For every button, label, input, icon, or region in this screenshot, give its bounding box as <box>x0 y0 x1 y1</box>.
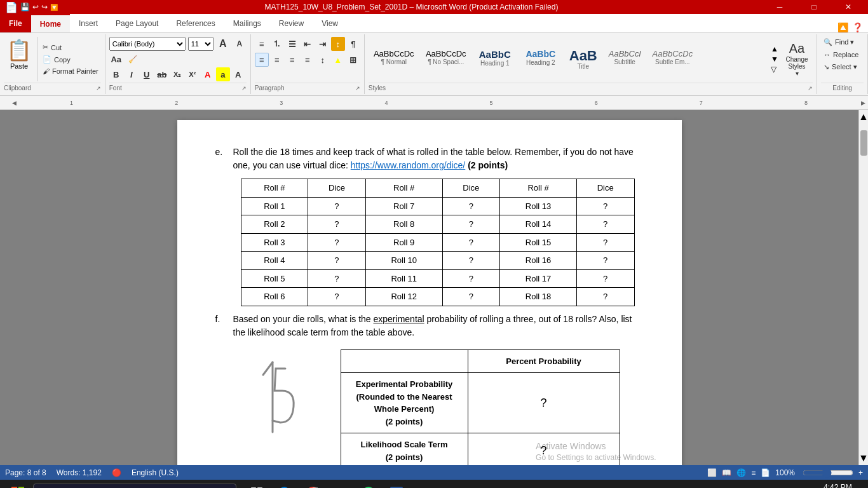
window-title: MATH125_10W_U8_Problem_Set_2001D – Micro… <box>58 3 765 11</box>
cut-button[interactable]: ✂Cut <box>40 42 101 53</box>
styles-scroll-up[interactable]: ▲ <box>771 44 778 53</box>
underline-button[interactable]: U <box>140 67 154 81</box>
experimental-prob-value[interactable]: ? <box>468 373 620 433</box>
list-item-f: f. Based on your die rolls, what is the … <box>215 313 644 339</box>
align-right-button[interactable]: ≡ <box>285 53 299 67</box>
edge-icon[interactable] <box>272 480 297 488</box>
header-dice3: Dice <box>576 179 634 198</box>
scroll-up-button[interactable]: ▲ <box>857 110 868 124</box>
bullets-button[interactable]: ≡ <box>255 37 269 51</box>
tab-review[interactable]: Review <box>270 14 313 32</box>
word-icon[interactable]: W <box>384 480 409 488</box>
chrome-icon[interactable] <box>300 480 325 488</box>
justify-button[interactable]: ≡ <box>301 53 315 67</box>
taskbar-search[interactable]: 🔍 Type here to search <box>33 484 236 488</box>
show-formatting-button[interactable]: ¶ <box>346 37 360 51</box>
scroll-down-button[interactable]: ▼ <box>857 451 868 465</box>
numbering-button[interactable]: ⒈ <box>270 37 284 51</box>
tab-file[interactable]: File <box>0 14 31 32</box>
shading-button[interactable]: ▲ <box>331 53 345 67</box>
vertical-scrollbar[interactable]: ▲ ▼ <box>858 110 868 465</box>
view-web-layout[interactable]: 🌐 <box>736 468 746 477</box>
clear-format-button[interactable]: 🧹 <box>126 52 140 66</box>
decrease-indent-button[interactable]: ⇤ <box>301 37 315 51</box>
style-no-spacing[interactable]: AaBbCcDc ¶ No Spaci... <box>421 46 471 72</box>
style-subtle-em[interactable]: AaBbCcDc Subtle Em... <box>647 46 698 72</box>
header-roll1: Roll # <box>241 179 308 198</box>
increase-font-size-button[interactable]: A <box>216 37 230 51</box>
start-button[interactable] <box>5 480 31 488</box>
item-e-link[interactable]: https://www.random.org/dice/ <box>351 160 466 170</box>
font-color-button[interactable]: A <box>231 67 245 81</box>
header-dice2: Dice <box>442 179 499 198</box>
font-family-select[interactable]: Calibri (Body) <box>109 37 186 51</box>
item-f-label: f. <box>215 313 226 339</box>
document-page: e. Roll the die 18 times and keep track … <box>177 120 682 465</box>
tab-view[interactable]: View <box>313 14 347 32</box>
zoom-slider[interactable] <box>803 468 853 477</box>
copy-button[interactable]: 📄Copy <box>40 54 101 65</box>
spell-check-icon[interactable]: 🔴 <box>112 468 121 477</box>
borders-button[interactable]: ⊞ <box>346 53 360 67</box>
style-subtitle[interactable]: AaBbCcl Subtitle <box>604 46 646 72</box>
align-left-button[interactable]: ≡ <box>255 53 269 67</box>
close-button[interactable]: ✕ <box>834 0 863 14</box>
view-print-layout[interactable]: ⬜ <box>707 468 717 477</box>
zoom-in-button[interactable]: + <box>858 468 863 477</box>
styles-scroll-down[interactable]: ▼ <box>771 55 778 64</box>
style-title[interactable]: AaB Title <box>564 46 602 72</box>
subscript-button[interactable]: X₂ <box>170 67 184 81</box>
select-button[interactable]: ↘Select ▾ <box>821 62 864 72</box>
style-normal[interactable]: AaBbCcDc ¶ Normal <box>369 46 419 72</box>
task-view-button[interactable] <box>244 480 269 488</box>
header-roll2: Roll # <box>365 179 442 198</box>
italic-button[interactable]: I <box>125 67 139 81</box>
tab-references[interactable]: References <box>167 14 224 32</box>
bold-button[interactable]: B <box>109 67 123 81</box>
align-center-button[interactable]: ≡ <box>270 53 284 67</box>
sort-button[interactable]: ↕ <box>331 37 345 51</box>
taskbar-app-icons: 💬 W <box>244 480 409 488</box>
style-heading2[interactable]: AaBbC Heading 2 <box>519 46 563 72</box>
list-item-e: e. Roll the die 18 times and keep track … <box>215 146 644 172</box>
increase-indent-button[interactable]: ⇥ <box>316 37 330 51</box>
title-bar: 📄 💾 ↩ ↪ 🔽 MATH125_10W_U8_Problem_Set_200… <box>0 0 868 14</box>
tab-page-layout[interactable]: Page Layout <box>107 14 167 32</box>
highlight-button[interactable]: a <box>216 67 230 81</box>
explorer-icon[interactable] <box>328 480 353 488</box>
item-f-underline: experimental <box>374 314 424 324</box>
zoom-level: 100% <box>775 468 795 477</box>
multi-list-button[interactable]: ☰ <box>285 37 299 51</box>
page-indicator: Page: 8 of 8 <box>5 468 46 477</box>
language-indicator[interactable]: English (U.S.) <box>132 468 179 477</box>
view-outline[interactable]: ≡ <box>751 468 756 477</box>
document-area[interactable]: e. Roll the die 18 times and keep track … <box>0 110 858 465</box>
font-size-select[interactable]: 11 <box>188 37 214 51</box>
text-color-button[interactable]: A <box>201 67 215 81</box>
minimize-button[interactable]: ─ <box>765 0 794 14</box>
system-clock[interactable]: 4:42 PM 26-Jun-20 <box>818 482 852 488</box>
tab-home[interactable]: Home <box>31 14 70 32</box>
style-heading1[interactable]: AaBbC Heading 1 <box>473 46 517 72</box>
font-label: Font↗ <box>109 83 247 92</box>
replace-button[interactable]: ↔Replace <box>821 50 864 60</box>
change-case-button[interactable]: Aa <box>109 52 123 66</box>
strikethrough-button[interactable]: ab <box>155 67 169 81</box>
view-draft[interactable]: 📄 <box>761 468 770 477</box>
maximize-button[interactable]: □ <box>799 0 829 14</box>
decrease-font-size-button[interactable]: A <box>233 37 247 51</box>
change-styles-button[interactable]: Aa ChangeStyles ▾ <box>781 40 813 78</box>
find-button[interactable]: 🔍Find ▾ <box>821 37 864 48</box>
view-full-reading[interactable]: 📖 <box>722 468 731 477</box>
tab-mailings[interactable]: Mailings <box>224 14 270 32</box>
superscript-button[interactable]: X² <box>186 67 200 81</box>
line-spacing-button[interactable]: ↕ <box>316 53 330 67</box>
ribbon-collapse-icon[interactable]: 🔼 <box>837 22 848 32</box>
styles-more[interactable]: ▽ <box>771 65 778 74</box>
format-painter-button[interactable]: 🖌Format Painter <box>40 66 101 76</box>
whatsapp-icon[interactable]: 💬 <box>356 480 381 488</box>
tab-insert[interactable]: Insert <box>70 14 107 32</box>
help-icon[interactable]: ❓ <box>852 22 863 32</box>
paste-button[interactable]: 📋 Paste <box>4 37 37 81</box>
scroll-thumb[interactable] <box>860 130 867 156</box>
